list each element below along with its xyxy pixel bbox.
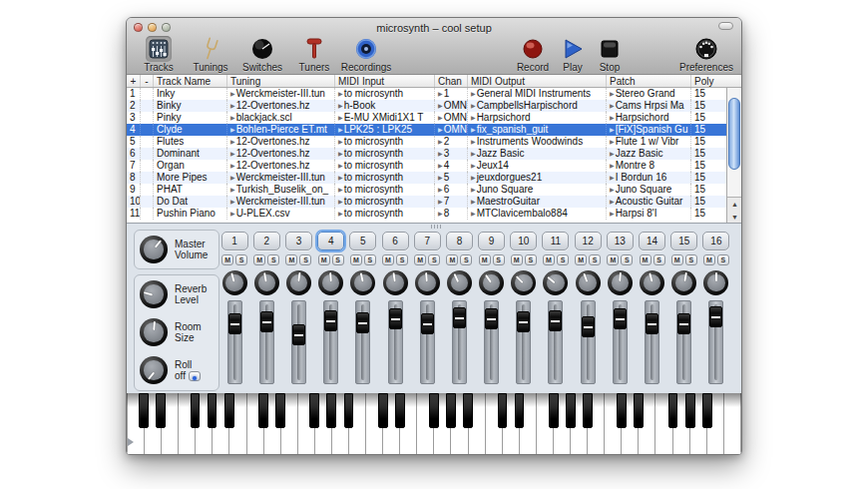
solo-button[interactable]: S	[364, 254, 376, 265]
scroll-up-arrow-icon[interactable]: ▲	[727, 198, 742, 211]
black-key[interactable]	[702, 393, 712, 428]
cell-midi_input[interactable]: ▶to microsynth	[335, 208, 435, 220]
mute-button[interactable]: M	[511, 254, 523, 265]
black-key[interactable]	[208, 393, 217, 428]
mute-button[interactable]: M	[543, 254, 555, 265]
solo-button[interactable]: S	[621, 254, 633, 265]
black-key[interactable]	[326, 393, 336, 428]
cell-midi_output[interactable]: ▶Juno Square	[468, 184, 607, 196]
channel-button[interactable]: 2	[253, 232, 280, 250]
solo-button[interactable]: S	[717, 254, 729, 265]
volume-fader[interactable]	[259, 300, 274, 384]
fader-handle[interactable]	[292, 324, 305, 345]
fader-handle[interactable]	[614, 308, 627, 329]
black-key[interactable]	[566, 393, 576, 428]
fader-handle[interactable]	[485, 308, 498, 329]
cell-midi_output[interactable]: ▶fix_spanish_guit	[468, 124, 607, 136]
channel-button[interactable]: 3	[285, 232, 312, 250]
black-key[interactable]	[685, 393, 695, 428]
black-key[interactable]	[446, 393, 456, 428]
channel-button[interactable]: 14	[639, 232, 665, 250]
solo-button[interactable]: S	[589, 254, 601, 265]
volume-fader[interactable]	[581, 300, 596, 384]
cell-midi_input[interactable]: ▶to microsynth	[335, 160, 435, 172]
cell-midi_output[interactable]: ▶Harpsichord	[468, 112, 607, 124]
cell-tuning[interactable]: ▶U-PLEX.csv	[227, 208, 335, 220]
channel-button[interactable]: 4	[317, 232, 344, 250]
table-row[interactable]: 3Pinky▶blackjack.scl▶E-MU XMidi1X1 T▶OMN…	[127, 112, 741, 124]
mute-button[interactable]: M	[382, 254, 394, 265]
volume-fader[interactable]	[227, 300, 242, 384]
cell-midi_input[interactable]: ▶to microsynth	[335, 196, 435, 208]
cell-midi_input[interactable]: ▶to microsynth	[335, 88, 435, 100]
col-header-midi-output[interactable]: MIDI Output	[468, 75, 607, 87]
remove-track-header[interactable]: -	[141, 75, 154, 87]
channel-button[interactable]: 6	[382, 232, 409, 250]
cell-patch[interactable]: ▶Stereo Grand	[607, 88, 691, 100]
black-key[interactable]	[275, 393, 285, 428]
fader-handle[interactable]	[646, 313, 658, 334]
toolbar-item-play[interactable]: Play	[556, 36, 590, 73]
table-row[interactable]: 2Binky▶12-Overtones.hz▶h-Book▶OMNI▶Campb…	[127, 100, 741, 112]
cell-midi_output[interactable]: ▶MTClavicembalo884	[468, 208, 607, 220]
toolbar-item-tuners[interactable]: Tuners	[288, 36, 340, 73]
volume-fader[interactable]	[645, 300, 659, 384]
mute-button[interactable]: M	[479, 254, 491, 265]
channel-button[interactable]: 5	[349, 232, 376, 250]
solo-button[interactable]: S	[396, 254, 408, 265]
cell-patch[interactable]: ▶I Bordun 16	[607, 172, 691, 184]
channel-button[interactable]: 12	[575, 232, 602, 250]
solo-button[interactable]: S	[299, 254, 311, 265]
col-header-midi-input[interactable]: MIDI Input	[335, 75, 435, 87]
cell-tuning[interactable]: ▶12-Overtones.hz	[227, 160, 335, 172]
black-key[interactable]	[258, 393, 268, 428]
pan-knob[interactable]	[447, 270, 472, 295]
channel-button[interactable]: 16	[702, 232, 729, 250]
solo-button[interactable]: S	[653, 254, 665, 265]
fader-handle[interactable]	[517, 311, 530, 332]
table-row[interactable]: 11Pushin Piano▶U-PLEX.csv▶to microsynth▶…	[127, 208, 741, 220]
channel-button[interactable]: 15	[670, 232, 697, 250]
toolbar-item-recordings[interactable]: Recordings	[340, 36, 392, 73]
cell-midi_input[interactable]: ▶h-Book	[335, 100, 435, 112]
toolbar-item-record[interactable]: Record	[510, 36, 556, 73]
black-key[interactable]	[224, 393, 234, 428]
fader-handle[interactable]	[356, 312, 369, 333]
mute-button[interactable]: M	[446, 254, 458, 265]
black-key[interactable]	[139, 393, 149, 428]
volume-fader[interactable]	[452, 300, 467, 384]
mute-button[interactable]: M	[318, 254, 330, 265]
black-key[interactable]	[549, 393, 559, 428]
cell-tuning[interactable]: ▶Werckmeister-III.tun	[227, 196, 335, 208]
cell-tuning[interactable]: ▶12-Overtones.hz	[227, 100, 335, 112]
reverb-level-knob[interactable]	[140, 280, 168, 308]
fader-handle[interactable]	[228, 313, 241, 334]
mute-button[interactable]: M	[607, 254, 619, 265]
cell-chan[interactable]: ▶1	[435, 88, 468, 100]
cell-midi_output[interactable]: ▶General MIDI Instruments	[468, 88, 607, 100]
col-header-track-name[interactable]: Track Name	[154, 75, 227, 87]
toolbar-item-preferences[interactable]: Preferences	[677, 36, 735, 73]
roll-off-toggle-button[interactable]	[189, 371, 201, 381]
master-volume-knob[interactable]	[140, 236, 168, 263]
cell-chan[interactable]: ▶6	[435, 184, 468, 196]
volume-fader[interactable]	[548, 300, 563, 384]
toolbar-item-switches[interactable]: Switches	[236, 36, 288, 73]
mute-button[interactable]: M	[575, 254, 587, 265]
black-key[interactable]	[344, 393, 354, 428]
cell-patch[interactable]: ▶Flute 1 w/ Vibr	[607, 136, 691, 148]
black-key[interactable]	[668, 393, 678, 428]
black-key[interactable]	[191, 393, 201, 428]
cell-midi_input[interactable]: ▶to microsynth	[335, 148, 435, 160]
fader-handle[interactable]	[260, 311, 273, 332]
cell-chan[interactable]: ▶2	[435, 136, 468, 148]
table-row[interactable]: 9PHAT▶Turkish_Buselik_on_▶to microsynth▶…	[127, 184, 741, 196]
mute-button[interactable]: M	[640, 254, 651, 265]
channel-button[interactable]: 13	[607, 232, 634, 250]
cell-tuning[interactable]: ▶12-Overtones.hz	[227, 136, 335, 148]
cell-midi_output[interactable]: ▶CampbellsHarpischord	[468, 100, 607, 112]
pan-knob[interactable]	[608, 270, 633, 295]
cell-midi_input[interactable]: ▶to microsynth	[335, 184, 435, 196]
volume-fader[interactable]	[613, 300, 628, 384]
black-key[interactable]	[156, 393, 166, 428]
